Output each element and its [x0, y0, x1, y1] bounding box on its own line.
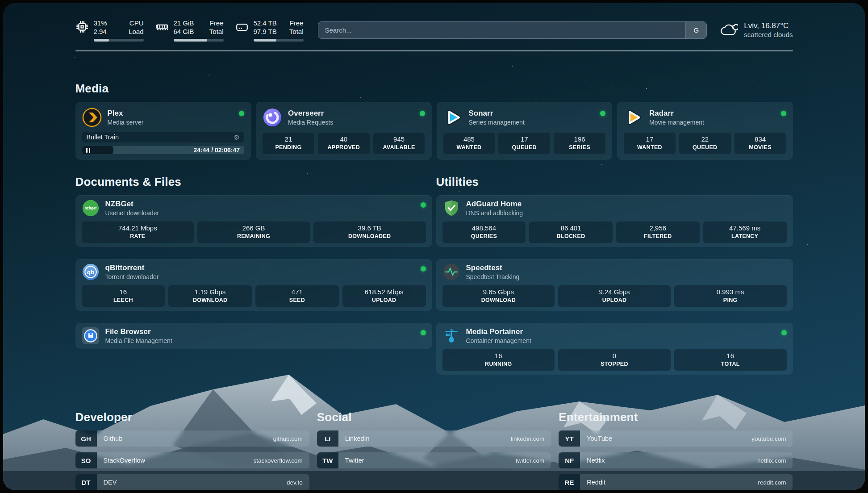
card-sonarr[interactable]: Sonarr Series management 485WANTED 17QUE… — [437, 102, 613, 160]
stat-queued: 22QUEUED — [679, 133, 731, 154]
section-media: Media Plex Media server — [75, 82, 793, 160]
disk-free-label: Free — [285, 19, 304, 28]
cpu-progress-bar — [94, 39, 144, 42]
app-name: File Browser — [105, 327, 172, 336]
app-name: Media Portainer — [466, 327, 531, 336]
status-online-dot — [239, 111, 244, 116]
stat-remaining: 266 GBREMAINING — [197, 221, 310, 243]
status-online-dot — [600, 111, 605, 116]
stat-queued: 17QUEUED — [498, 133, 550, 154]
stat-pending: 21PENDING — [263, 133, 314, 154]
app-name: NZBGet — [105, 200, 159, 209]
app-description: DNS and adblocking — [466, 209, 523, 217]
status-online-dot — [781, 330, 787, 335]
app-name: qBittorrent — [105, 263, 159, 272]
bookmark-name: Netflix — [580, 452, 605, 468]
filebrowser-icon — [82, 327, 100, 345]
bookmark-url: github.com — [273, 430, 309, 447]
speedtest-icon — [442, 263, 460, 281]
memory-total-value: 64 GiB — [174, 27, 198, 36]
bookmark-url: reddit.com — [758, 474, 793, 490]
card-adguard[interactable]: AdGuard Home DNS and adblocking 498,564Q… — [436, 195, 793, 247]
search-input[interactable] — [318, 22, 686, 38]
bookmark-youtube[interactable]: YT YouTube youtube.com — [559, 430, 793, 447]
card-overseerr[interactable]: Overseerr Media Requests 21PENDING 40APP… — [256, 102, 432, 160]
app-name: Overseerr — [288, 109, 333, 118]
bookmark-url: stackoverflow.com — [254, 452, 309, 468]
playback-progress-bar[interactable]: 24:44 / 02:06:47 — [82, 146, 245, 154]
bookmark-abbr: YT — [559, 430, 580, 447]
section-social: Social LI LinkedIn linkedin.com TW Twitt… — [317, 410, 551, 490]
cpu-usage-value: 31% — [94, 19, 118, 28]
memory-progress-bar — [174, 39, 224, 42]
plex-icon — [82, 108, 102, 127]
app-name: Radarr — [649, 109, 704, 118]
card-speedtest[interactable]: Speedtest Speedtest Tracking 9.65 GbpsDO… — [436, 259, 793, 311]
app-description: Torrent downloader — [105, 273, 159, 280]
bookmark-linkedin[interactable]: LI LinkedIn linkedin.com — [317, 430, 551, 447]
stat-filtered: 2,956FILTERED — [616, 221, 700, 243]
section-developer: Developer GH Github github.com SO StackO… — [75, 410, 309, 490]
nzbget-icon: nzbget — [82, 199, 100, 217]
section-entertainment: Entertainment YT YouTube youtube.com NF … — [559, 410, 793, 490]
card-filebrowser[interactable]: File Browser Media File Management — [75, 323, 432, 349]
app-description: Media Requests — [288, 119, 333, 126]
pause-icon — [86, 148, 90, 153]
section-utilities: Utilities — [436, 175, 793, 375]
bookmark-name: Github — [97, 430, 123, 447]
now-playing-row: Bullet Train ⚙ — [82, 132, 245, 142]
app-description: Media server — [108, 119, 144, 126]
bookmark-netflix[interactable]: NF Netflix netflix.com — [559, 452, 793, 468]
bookmark-abbr: DT — [75, 474, 97, 490]
cpu-stat: 31% 2.94 CPU Load — [75, 19, 144, 42]
bookmark-github[interactable]: GH Github github.com — [75, 430, 309, 447]
now-playing-title: Bullet Train — [87, 134, 119, 141]
app-name: AdGuard Home — [466, 200, 523, 209]
playback-time: 24:44 / 02:06:47 — [193, 146, 244, 154]
disk-total-value: 97.9 TB — [254, 27, 278, 36]
search-engine-button[interactable]: G — [685, 22, 706, 38]
bookmark-url: dev.to — [287, 474, 309, 490]
app-description: Container management — [466, 337, 531, 344]
bookmark-stackoverflow[interactable]: SO StackOverflow stackoverflow.com — [75, 452, 309, 468]
app-name: Speedtest — [466, 263, 520, 272]
utilities-section-title: Utilities — [436, 175, 793, 189]
search-bar: G — [318, 21, 707, 39]
bookmark-name: Reddit — [580, 474, 605, 490]
bookmark-url: linkedin.com — [511, 430, 551, 447]
bookmark-twitter[interactable]: TW Twitter twitter.com — [317, 452, 551, 468]
stat-total: 16TOTAL — [674, 349, 787, 371]
settings-icon[interactable]: ⚙ — [234, 134, 240, 141]
card-qbittorrent[interactable]: qb qBittorrent Torrent downloader — [75, 259, 432, 311]
cloud-icon — [719, 22, 738, 38]
status-online-dot — [781, 111, 786, 116]
app-description: Series management — [469, 119, 525, 126]
stat-available: 945AVAILABLE — [373, 133, 425, 154]
card-portainer[interactable]: Media Portainer Container management 16R… — [436, 323, 793, 375]
app-description: Media File Management — [105, 337, 172, 344]
stat-upload: 618.52 MbpsUPLOAD — [342, 285, 426, 307]
weather-condition: scattered clouds — [744, 31, 793, 38]
bookmark-abbr: LI — [317, 430, 338, 447]
qbittorrent-icon: qb — [82, 263, 100, 281]
disk-progress-bar — [254, 39, 304, 42]
stat-series: 196SERIES — [554, 133, 605, 154]
card-radarr[interactable]: Radarr Movie management 17WANTED 22QUEUE… — [617, 102, 793, 160]
bookmark-abbr: SO — [75, 452, 97, 468]
bookmark-abbr: TW — [317, 452, 338, 468]
bookmark-url: youtube.com — [751, 430, 793, 447]
app-name: Plex — [108, 109, 144, 118]
stat-seed: 471SEED — [255, 285, 339, 307]
weather-widget: Lviv, 16.87°C scattered clouds — [719, 21, 793, 38]
stat-download: 1.19 GbpsDOWNLOAD — [168, 285, 252, 307]
memory-stat: 21 GiB 64 GiB Free Total — [155, 19, 224, 42]
stat-wanted: 17WANTED — [624, 133, 676, 154]
bookmark-reddit[interactable]: RE Reddit reddit.com — [559, 474, 793, 490]
bookmark-dev[interactable]: DT DEV dev.to — [75, 474, 309, 490]
status-online-dot — [421, 330, 426, 335]
stat-download: 9.65 GbpsDOWNLOAD — [442, 285, 555, 307]
dashboard-window: 31% 2.94 CPU Load — [3, 3, 865, 490]
bookmark-name: StackOverflow — [97, 452, 145, 468]
card-plex[interactable]: Plex Media server Bullet Train ⚙ 24:44 — [75, 102, 251, 160]
card-nzbget[interactable]: nzbget NZBGet Usenet downloader 74 — [75, 195, 432, 247]
